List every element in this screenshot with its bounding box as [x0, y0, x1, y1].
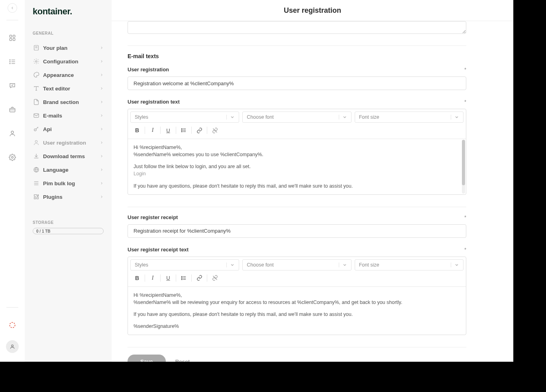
main-area: User registration E-mail texts User regi… [112, 0, 513, 362]
styles-select[interactable]: Styles [130, 259, 239, 270]
sidebar-item-api[interactable]: Api [33, 122, 104, 136]
scrollbar-thumb[interactable] [462, 140, 465, 185]
bold-button[interactable]: B [132, 273, 142, 283]
mail-icon [33, 112, 40, 119]
chat-icon[interactable] [6, 79, 19, 92]
user-register-receipt-label: User register receipt [128, 214, 178, 220]
svg-rect-10 [10, 108, 15, 112]
rte-body[interactable]: Hi %recipientName%, %senderName% welcome… [128, 139, 466, 194]
rte-text-line: Just follow the link below to login, and… [134, 163, 460, 170]
toolbar-separator [145, 127, 145, 134]
link-button[interactable] [194, 273, 204, 283]
required-marker: * [464, 67, 466, 73]
svg-point-34 [181, 276, 182, 277]
sidebar-item-label: Pim bulk log [43, 180, 100, 186]
user-icon[interactable] [6, 127, 19, 140]
bullet-list-button[interactable] [179, 125, 189, 135]
textarea-field[interactable] [128, 21, 466, 34]
svg-point-29 [181, 130, 182, 131]
chevron-right-icon [100, 127, 104, 131]
italic-button[interactable]: I [147, 125, 158, 135]
left-rail [0, 0, 25, 362]
sidebar-item-emails[interactable]: E-mails [33, 109, 104, 122]
user-register-receipt-input[interactable] [128, 224, 466, 238]
svg-rect-1 [13, 35, 15, 37]
avatar[interactable] [6, 340, 19, 353]
sidebar-item-your-plan[interactable]: Your plan [33, 41, 104, 55]
user-registration-label: User registration [128, 67, 169, 73]
toolbar-separator [191, 274, 192, 282]
user-registration-text-label: User registration text [128, 99, 180, 105]
bullet-list-button[interactable] [179, 273, 189, 283]
font-select[interactable]: Choose font [242, 259, 351, 270]
font-select[interactable]: Choose font [242, 112, 351, 123]
size-select[interactable]: Font size [355, 259, 464, 270]
toolbar-separator [207, 274, 207, 282]
required-marker: * [464, 247, 466, 253]
rte-text-line: If you have any questions, please don't … [134, 311, 460, 318]
svg-point-38 [181, 279, 182, 280]
divider [128, 207, 466, 207]
sidebar-item-label: Brand section [43, 99, 100, 105]
styles-select[interactable]: Styles [130, 112, 239, 123]
chevron-down-icon [339, 115, 347, 120]
settings-icon[interactable] [6, 151, 19, 164]
font-select-label: Choose font [247, 262, 273, 268]
brand-logo: kontainer. [33, 6, 104, 17]
collapse-sidebar-button[interactable] [8, 3, 17, 13]
briefcase-icon[interactable] [6, 103, 19, 116]
svg-point-6 [10, 61, 10, 62]
dashboard-icon[interactable] [6, 31, 19, 44]
sidebar-item-label: Plugins [43, 194, 100, 200]
sidebar-item-label: Api [43, 126, 100, 132]
app-window: kontainer. GENERAL Your plan Configurati… [0, 0, 513, 362]
sidebar-item-appearance[interactable]: Appearance [33, 68, 104, 82]
underline-button[interactable]: U [163, 125, 173, 135]
svg-point-31 [181, 131, 182, 132]
sidebar-section-general: GENERAL [33, 31, 104, 35]
sidebar-item-download-terms[interactable]: Download terms [33, 149, 104, 163]
sidebar-section-storage: STORAGE [33, 220, 104, 225]
rte-text-line: Hi %recipientName%, [134, 292, 460, 299]
size-select-label: Font size [359, 262, 379, 268]
rte-login-link[interactable]: Login [134, 170, 460, 177]
sidebar-item-pim-bulk-log[interactable]: Pim bulk log [33, 176, 104, 190]
sidebar-item-plugins[interactable]: Plugins [33, 190, 104, 204]
chevron-down-icon [226, 115, 235, 120]
sidebar-item-language[interactable]: Language [33, 163, 104, 176]
user-registration-input[interactable] [128, 76, 466, 90]
sidebar-item-label: User registration [43, 140, 100, 146]
svg-point-13 [11, 157, 13, 159]
sidebar-item-label: Text editor [43, 86, 100, 92]
size-select[interactable]: Font size [355, 112, 464, 123]
support-icon[interactable] [6, 319, 19, 331]
toolbar-separator [176, 274, 176, 282]
content-scroll[interactable]: E-mail texts User registration * User re… [112, 21, 513, 362]
unlink-button[interactable] [210, 125, 220, 135]
unlink-button[interactable] [210, 273, 220, 283]
chevron-right-icon [100, 141, 104, 145]
rte-user-registration-text: Styles Choose font Font size B I U [128, 109, 466, 195]
underline-button[interactable]: U [163, 273, 173, 283]
chevron-right-icon [100, 154, 104, 158]
bold-button[interactable]: B [132, 125, 142, 135]
rte-toolbar: Styles Choose font Font size B I U [128, 257, 466, 287]
save-button[interactable]: Save [128, 355, 166, 362]
link-button[interactable] [194, 125, 204, 135]
globe-icon [33, 167, 40, 173]
sidebar-item-label: Configuration [43, 59, 100, 65]
sidebar-item-configuration[interactable]: Configuration [33, 55, 104, 68]
download-icon [33, 153, 40, 159]
svg-point-12 [11, 131, 14, 133]
reset-button[interactable]: Reset [175, 359, 190, 362]
sidebar-item-label: Your plan [43, 45, 100, 51]
palette-icon [33, 72, 40, 78]
sidebar-item-user-registration[interactable]: User registration [33, 136, 104, 149]
chevron-down-icon [339, 263, 347, 267]
toolbar-separator [191, 127, 192, 134]
sidebar-item-brand-section[interactable]: Brand section [33, 95, 104, 109]
sidebar-item-text-editor[interactable]: Text editor [33, 82, 104, 95]
rte-body[interactable]: Hi %recipientName%, %senderName% will be… [128, 287, 466, 335]
italic-button[interactable]: I [147, 273, 158, 283]
list-icon[interactable] [6, 55, 19, 68]
